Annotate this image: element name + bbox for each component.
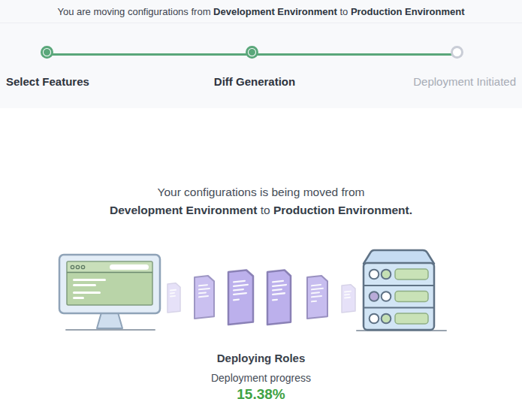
monitor-icon (57, 252, 162, 334)
stepper-connector-1 (50, 53, 255, 56)
message-target-env: Production Environment. (273, 204, 412, 216)
migration-banner: You are moving configurations from Devel… (0, 0, 522, 23)
message-line1: Your configurations is being moved from (158, 186, 365, 198)
step-label-diff-generation: Diff Generation (214, 75, 295, 88)
banner-source-env: Development Environment (213, 6, 337, 17)
progress-label: Deployment progress (0, 372, 522, 384)
progress-value: 15.38% (0, 386, 522, 403)
message-source-env: Development Environment (110, 204, 257, 216)
step-label-select-features: Select Features (6, 75, 89, 88)
step-indicator-diff-generation (246, 46, 258, 59)
moving-documents-icon (164, 264, 361, 331)
step-label-deployment-initiated: Deployment Initiated (413, 75, 516, 88)
status-title: Deploying Roles (0, 352, 522, 364)
banner-connector: to (339, 6, 348, 17)
step-indicator-select-features (41, 46, 53, 59)
banner-prefix: You are moving configurations from (57, 6, 210, 17)
step-indicator-deployment-initiated (451, 46, 463, 59)
wizard-header-section: You are moving configurations from Devel… (0, 0, 522, 108)
migration-message: Your configurations is being moved fromD… (0, 183, 522, 219)
server-icon (353, 248, 449, 334)
stepper-connector-2 (255, 53, 459, 56)
step-dot (44, 49, 50, 56)
banner-target-env: Production Environment (351, 6, 465, 17)
message-connector: to (261, 204, 270, 216)
step-dot (249, 49, 255, 56)
